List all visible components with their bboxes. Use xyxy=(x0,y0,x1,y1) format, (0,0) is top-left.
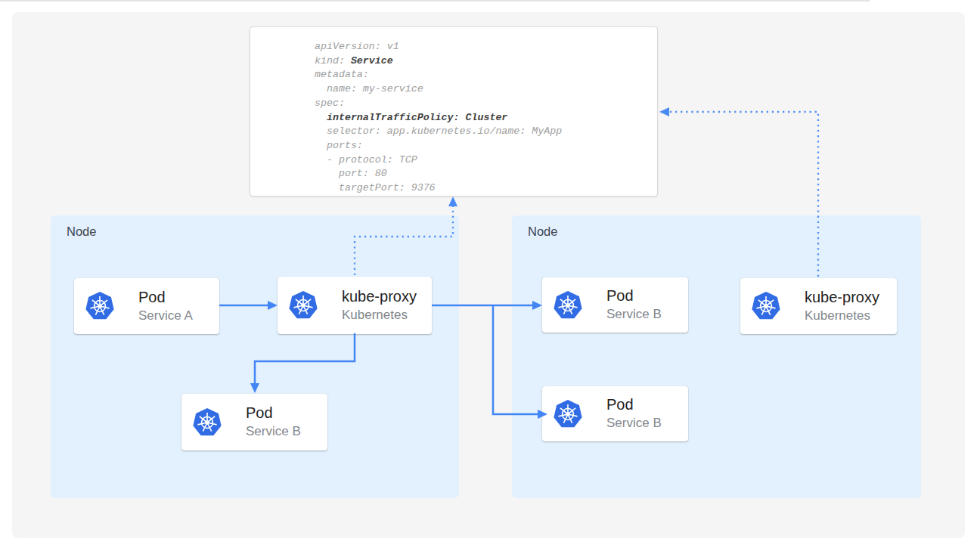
node-label: Node xyxy=(528,224,557,239)
card-title: kube-proxy xyxy=(342,287,417,306)
yaml-config-box: apiVersion: v1kind: Servicemetadata: nam… xyxy=(250,26,658,197)
kubernetes-icon xyxy=(552,398,584,430)
top-divider xyxy=(0,0,870,2)
card-title: Pod xyxy=(606,395,662,414)
card-title: Pod xyxy=(606,286,662,305)
kubernetes-icon xyxy=(287,289,319,321)
pod-service-b-left-card: Pod Service B xyxy=(181,394,327,450)
card-subtitle: Service B xyxy=(606,305,662,323)
pod-service-b-right-bottom-card: Pod Service B xyxy=(542,386,688,441)
card-subtitle: Service A xyxy=(138,307,193,325)
card-subtitle: Kubernetes xyxy=(805,307,879,325)
pod-service-a-card: Pod Service A xyxy=(74,278,219,334)
kubernetes-icon xyxy=(750,290,782,322)
kube-proxy-right-card: kube-proxy Kubernetes xyxy=(740,278,897,334)
node-box-right: Node xyxy=(512,215,921,498)
yaml-code: apiVersion: v1kind: Servicemetadata: nam… xyxy=(250,27,657,196)
card-title: kube-proxy xyxy=(805,288,879,307)
card-subtitle: Service B xyxy=(246,423,301,441)
card-subtitle: Service B xyxy=(606,414,662,432)
card-title: Pod xyxy=(138,288,193,307)
card-title: Pod xyxy=(246,404,301,423)
kubernetes-icon xyxy=(191,407,223,438)
kube-proxy-left-card: kube-proxy Kubernetes xyxy=(278,277,432,334)
node-label: Node xyxy=(67,224,96,239)
kubernetes-icon xyxy=(552,289,584,321)
kubernetes-traffic-diagram: Node Node apiVersion: v1kind: Servicemet… xyxy=(0,0,980,551)
card-subtitle: Kubernetes xyxy=(342,306,417,324)
pod-service-b-right-top-card: Pod Service B xyxy=(542,277,688,333)
kubernetes-icon xyxy=(84,290,116,322)
node-box-left: Node xyxy=(51,215,459,498)
